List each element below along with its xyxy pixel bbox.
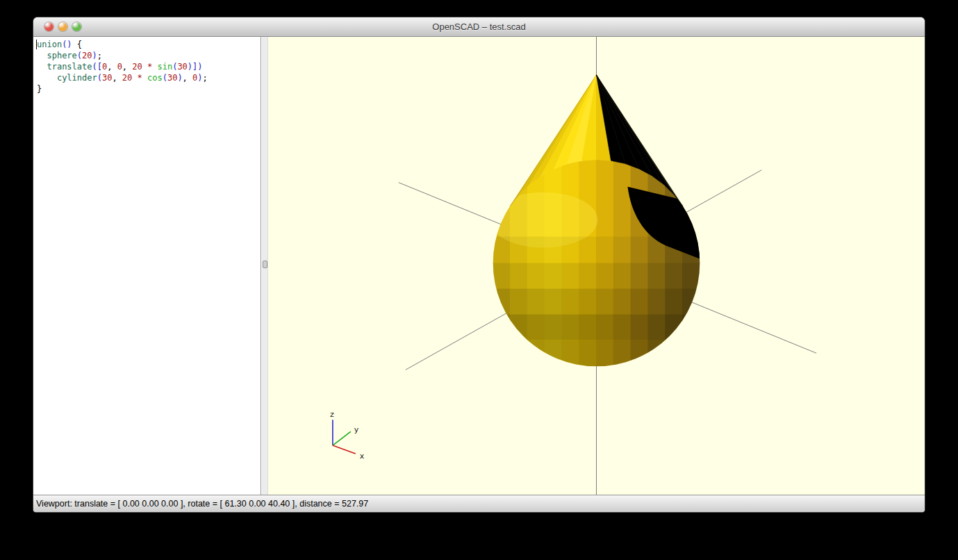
splitter-grip-icon [263,261,267,268]
code-token-paren: ([ [92,62,101,72]
code-token-num: 0 [117,62,122,72]
code-token-mathfn: sin [157,62,172,72]
code-token-paren: ( [77,51,82,60]
code-editor[interactable]: union() { sphere(20); translate([0, 0, 2… [33,37,261,495]
window-title: OpenSCAD – test.scad [432,22,525,32]
code-token-plain [142,62,147,72]
indicator-z-label: z [330,410,334,419]
code-token-paren: ) [197,73,202,83]
pane-splitter[interactable] [262,37,268,495]
code-line: cylinder(30, 20 * cos(30), 0); [37,72,261,83]
code-token-fn: translate [47,62,92,72]
desktop-background: OpenSCAD – test.scad union() { sphere(20… [0,0,958,560]
code-token-paren: ( [97,73,102,83]
code-lines: union() { sphere(20); translate([0, 0, 2… [37,39,261,94]
minimize-button[interactable] [58,22,67,31]
code-token-plain [37,62,47,72]
viewport-status-text: Viewport: translate = [ 0.00 0.00 0.00 ]… [36,499,368,509]
code-token-plain [37,73,57,83]
code-token-fn: cylinder [57,73,97,83]
code-line: union() { [37,39,261,50]
openscad-window: OpenSCAD – test.scad union() { sphere(20… [33,17,925,512]
code-token-num: 20 [82,51,92,60]
code-token-plain: ; [203,73,208,83]
3d-render-canvas: z y x [268,37,925,495]
code-token-mathfn: cos [147,73,163,83]
indicator-y-label: y [354,425,359,434]
code-token-paren: )]) [188,62,203,72]
sphere-shade-band [490,263,704,289]
status-bar: Viewport: translate = [ 0.00 0.00 0.00 ]… [33,495,925,512]
code-token-num: 30 [177,62,187,72]
sphere-shade-band [490,288,704,314]
code-token-plain: } [37,84,42,94]
code-token-plain: , [183,73,192,83]
code-line: } [37,83,261,94]
code-token-plain: { [72,40,82,49]
code-token-paren: ) [177,73,182,83]
code-token-plain: , [112,73,122,83]
close-button[interactable] [44,22,53,31]
code-token-plain: , [107,62,117,72]
code-token-plain [37,51,47,60]
code-token-plain [132,73,137,83]
code-token-plain [142,73,147,83]
code-line: translate([0, 0, 20 * sin(30)]) [37,61,261,72]
main-content: union() { sphere(20); translate([0, 0, 2… [33,37,925,495]
title-bar[interactable]: OpenSCAD – test.scad [33,17,925,37]
code-token-plain: ; [97,51,102,60]
code-token-paren: ( [163,73,167,83]
code-token-op: * [138,73,142,83]
zoom-button[interactable] [72,22,81,31]
text-cursor [36,40,37,49]
code-token-num: 20 [132,62,142,72]
code-token-plain: , [122,62,132,72]
indicator-x-label: x [360,452,365,461]
code-token-num: 20 [122,73,132,83]
code-token-fn: sphere [47,51,76,60]
code-token-num: 30 [102,73,112,83]
code-token-fn: union [37,40,62,49]
code-token-num: 30 [167,73,177,83]
code-line: sphere(20); [37,50,261,61]
code-token-paren: () [62,40,72,49]
3d-viewport[interactable]: z y x [268,37,925,495]
code-token-paren: ) [92,51,97,60]
